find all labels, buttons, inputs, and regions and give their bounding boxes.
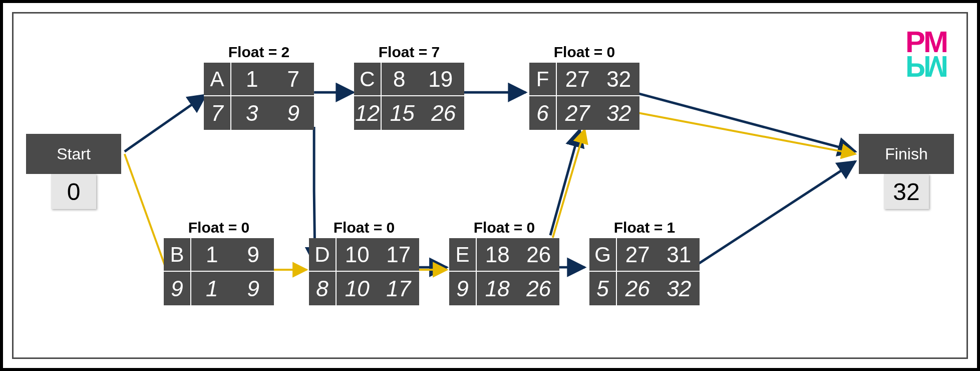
ls-lf-F: 2732 xyxy=(557,96,639,130)
es-ef-A: 17 xyxy=(231,63,314,96)
ls-lf-A: 39 xyxy=(231,96,314,130)
ls-lf-E: 1826 xyxy=(477,272,559,305)
es-ef-C: 819 xyxy=(382,63,464,96)
es-ef-E: 1826 xyxy=(477,238,559,272)
finish-value: 32 xyxy=(884,174,929,209)
es-ef-D: 1017 xyxy=(337,238,419,272)
ls-lf-B: 19 xyxy=(191,272,274,305)
node-F: Float = 0 F 2732 6 2732 xyxy=(529,44,639,130)
logo-icon: PM PM xyxy=(905,29,946,80)
grid-G: G 2731 5 2632 xyxy=(589,238,700,305)
ls-lf-C: 1526 xyxy=(382,96,464,130)
inner-border: Start 0 Finish 32 PM PM Float = 2 A 17 7… xyxy=(12,12,968,359)
node-D: Float = 0 D 1017 8 1017 xyxy=(309,219,419,305)
dur-E: 9 xyxy=(449,272,477,305)
grid-A: A 17 7 39 xyxy=(204,63,314,130)
name-D: D xyxy=(309,238,337,272)
float-E: Float = 0 xyxy=(449,219,559,236)
node-C: Float = 7 C 819 12 1526 xyxy=(354,44,464,130)
start-value: 0 xyxy=(51,174,96,209)
arrows-layer xyxy=(14,14,966,357)
grid-D: D 1017 8 1017 xyxy=(309,238,419,305)
dur-G: 5 xyxy=(589,272,617,305)
svg-line-3 xyxy=(634,92,855,151)
name-A: A xyxy=(204,63,231,96)
dur-D: 8 xyxy=(309,272,337,305)
es-ef-F: 2732 xyxy=(557,63,639,96)
name-G: G xyxy=(589,238,617,272)
ls-lf-G: 2632 xyxy=(617,272,700,305)
dur-F: 6 xyxy=(529,96,557,130)
dur-A: 7 xyxy=(204,96,231,130)
grid-F: F 2732 6 2732 xyxy=(529,63,639,130)
float-B: Float = 0 xyxy=(164,219,274,236)
dur-C: 12 xyxy=(354,96,382,130)
start-box: Start xyxy=(26,134,121,174)
grid-B: B 19 9 19 xyxy=(164,238,274,305)
logo-bottom: PM xyxy=(905,53,946,80)
finish-box: Finish xyxy=(859,134,954,174)
name-C: C xyxy=(354,63,382,96)
svg-line-7 xyxy=(693,161,855,267)
float-G: Float = 1 xyxy=(589,219,700,236)
dur-B: 9 xyxy=(164,272,191,305)
node-B: Float = 0 B 19 9 19 xyxy=(164,219,274,305)
svg-line-0 xyxy=(125,95,206,151)
float-A: Float = 2 xyxy=(204,44,314,61)
node-G: Float = 1 G 2731 5 2632 xyxy=(589,219,700,305)
name-F: F xyxy=(529,63,557,96)
name-E: E xyxy=(449,238,477,272)
ls-lf-D: 1017 xyxy=(337,272,419,305)
svg-line-10 xyxy=(634,112,855,154)
grid-E: E 1826 9 1826 xyxy=(449,238,559,305)
grid-C: C 819 12 1526 xyxy=(354,63,464,130)
diagram-frame: Start 0 Finish 32 PM PM Float = 2 A 17 7… xyxy=(0,0,980,371)
start-label: Start xyxy=(57,145,91,163)
es-ef-B: 19 xyxy=(191,238,274,272)
float-D: Float = 0 xyxy=(309,219,419,236)
name-B: B xyxy=(164,238,191,272)
float-F: Float = 0 xyxy=(529,44,639,61)
float-C: Float = 7 xyxy=(354,44,464,61)
node-E: Float = 0 E 1826 9 1826 xyxy=(449,219,559,305)
node-A: Float = 2 A 17 7 39 xyxy=(204,44,314,130)
es-ef-G: 2731 xyxy=(617,238,700,272)
finish-label: Finish xyxy=(885,145,927,163)
